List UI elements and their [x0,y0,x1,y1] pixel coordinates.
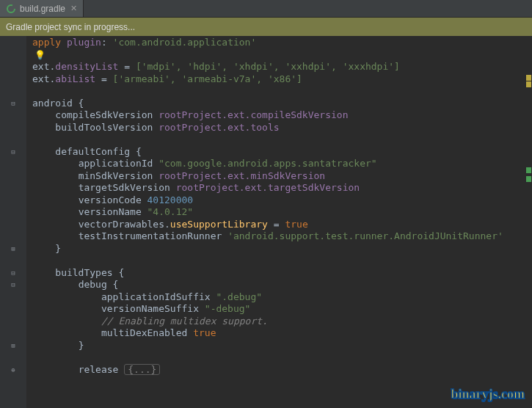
text: vectorDrawables. [79,219,170,230]
text: buildTypes { [55,267,124,278]
text: multiDexEnabled [101,327,187,338]
text: versionName [79,206,142,217]
editor-area[interactable]: ⊟ ⊟ ⊞ ⊟ ⊟ ⊞ ⊕ apply plugin: 'com.android… [0,36,532,408]
string: ['mdpi', 'hdpi', 'xhdpi', 'xxhdpi', 'xxx… [136,61,400,72]
identifier: plugin [67,37,101,48]
text: ext. [32,73,55,84]
keyword: true [285,219,307,230]
text: applicationIdSuffix [101,291,211,302]
keyword: apply [32,37,61,48]
warning-marker[interactable] [526,81,531,87]
tab-bar: build.gradle ✕ [0,0,532,18]
text: = [268,219,285,230]
number: 40120000 [147,194,194,205]
text: compileSdkVersion [55,109,153,120]
marker-stripe[interactable] [525,72,532,408]
fold-icon[interactable]: ⊟ [0,279,26,291]
text: defaultConfig { [55,146,141,157]
text: testInstrumentationRunner [79,230,222,241]
lightbulb-icon[interactable]: 💡 [34,49,45,62]
watermark: binaryjs.com [451,387,525,402]
change-marker[interactable] [526,167,531,173]
identifier: rootProject.ext.tools [158,122,279,133]
identifier: rootProject.ext.targetSdkVersion [176,182,360,193]
fold-icon[interactable]: ⊟ [0,98,26,110]
code-editor[interactable]: apply plugin: 'com.android.application' … [26,36,532,408]
string: ".debug" [216,291,262,302]
identifier: densityList [55,61,118,72]
text: ext. [32,61,55,72]
gradle-icon [6,4,16,14]
fold-icon[interactable]: ⊟ [0,267,26,280]
string: 'android.support.test.runner.AndroidJUni… [227,230,503,241]
text: debug { [79,279,119,290]
identifier: rootProject.ext.minSdkVersion [158,170,325,181]
string: "-debug" [205,303,251,314]
fold-end-icon[interactable]: ⊞ [0,340,26,352]
text: versionCode [79,194,142,205]
fn: useSupportLibrary [170,219,268,230]
identifier: abiList [55,73,95,84]
text: release [79,364,119,375]
comment: // Enabling multidex support. [101,316,268,327]
text: android { [32,98,84,109]
text: } [79,340,84,351]
identifier: rootProject.ext.compileSdkVersion [158,109,348,120]
text: buildToolsVersion [55,122,153,133]
text: targetSdkVersion [79,182,170,193]
string: "4.0.12" [147,206,194,217]
text: applicationId [79,158,153,169]
svg-point-0 [7,5,15,12]
folded-region[interactable]: {...} [124,364,160,375]
tab-build-gradle[interactable]: build.gradle ✕ [0,0,84,17]
string: ['armeabi', 'armeabi-v7a', 'x86'] [113,73,302,84]
string: "com.google.android.apps.santatracker" [158,158,376,169]
fold-end-icon[interactable]: ⊞ [0,243,26,255]
text: versionNameSuffix [101,303,199,314]
tab-label: build.gradle [20,4,65,14]
change-marker[interactable] [526,176,531,182]
close-icon[interactable]: ✕ [69,4,79,13]
sync-progress-bar: Gradle project sync in progress... [0,18,532,36]
sync-message: Gradle project sync in progress... [6,22,135,32]
warning-marker[interactable] [526,75,531,81]
gutter: ⊟ ⊟ ⊞ ⊟ ⊟ ⊞ ⊕ [0,36,26,408]
fold-icon[interactable]: ⊟ [0,146,26,159]
text: minSdkVersion [79,170,153,181]
keyword: true [193,327,216,338]
string: 'com.android.application' [113,37,257,48]
fold-icon[interactable]: ⊕ [0,364,26,376]
text: } [55,243,61,254]
